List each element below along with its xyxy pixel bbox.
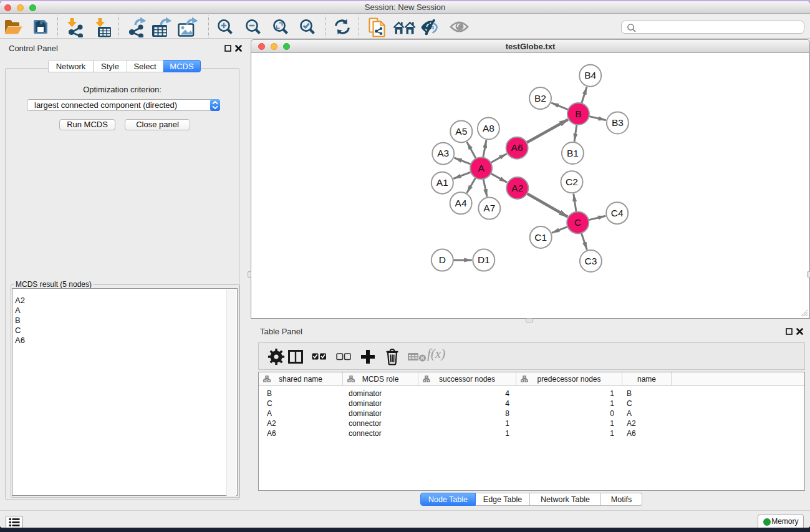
- svg-text:A: A: [478, 163, 485, 173]
- svg-text:D: D: [439, 254, 446, 265]
- svg-text:B: B: [575, 109, 581, 119]
- svg-text:A8: A8: [483, 123, 494, 133]
- svg-text:A7: A7: [483, 203, 495, 213]
- svg-text:A6: A6: [511, 142, 523, 153]
- svg-text:A5: A5: [455, 126, 467, 137]
- svg-text:D1: D1: [478, 254, 490, 265]
- svg-text:B3: B3: [612, 117, 624, 128]
- svg-text:A2: A2: [511, 183, 523, 193]
- svg-text:A3: A3: [437, 148, 449, 158]
- svg-text:C2: C2: [566, 177, 578, 187]
- svg-text:B4: B4: [584, 70, 596, 80]
- svg-text:C: C: [574, 217, 581, 228]
- svg-text:C3: C3: [584, 256, 597, 266]
- svg-text:B1: B1: [567, 148, 579, 158]
- svg-text:A4: A4: [455, 198, 467, 208]
- svg-text:A1: A1: [436, 177, 448, 188]
- svg-text:C1: C1: [534, 232, 547, 243]
- svg-text:B2: B2: [534, 93, 546, 104]
- svg-text:C4: C4: [611, 208, 624, 218]
